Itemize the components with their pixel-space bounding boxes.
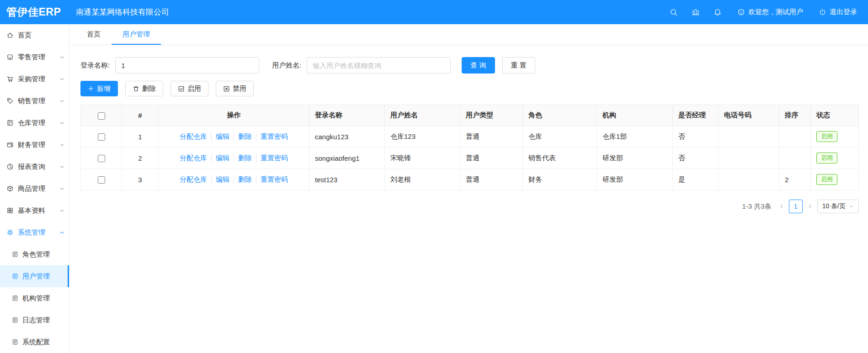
cell-role: 仓库 [523,126,597,148]
filter-bar: 登录名称: 用户姓名: 查 询 重 置 [80,57,859,74]
users-table: # 操作 登录名称 用户姓名 用户类型 角色 机构 是否经理 电话号码 排序 状… [80,105,859,190]
sidebar-item-sales[interactable]: 销售管理 [0,90,69,112]
select-all-checkbox[interactable] [98,112,105,120]
enable-button[interactable]: 启用 [170,81,208,96]
delete-link[interactable]: 删除 [234,175,256,184]
tab-user-mgmt[interactable]: 用户管理 [112,24,161,45]
app-root: 管伊佳ERP 南通某某网络科技有限公司 欢迎您，测试用户 [0,0,868,353]
sidebar-item-label: 基本资料 [18,206,45,215]
edit-link[interactable]: 编辑 [212,132,234,141]
welcome-user[interactable]: 欢迎您，测试用户 [737,8,803,16]
shop-icon [6,53,14,61]
sidebar-item-label: 销售管理 [18,97,45,105]
row-checkbox[interactable] [98,155,105,162]
sidebar-subitem-org-mgmt[interactable]: 机构管理 [0,287,69,309]
chevron-up-icon [59,230,64,235]
tab-home[interactable]: 首页 [76,24,112,45]
sidebar-subitem-system-config[interactable]: 系统配置 [0,331,69,353]
col-user-name: 用户姓名 [385,105,460,126]
cell-name: 刘老根 [385,169,460,190]
assign-warehouse-link[interactable]: 分配仓库 [176,132,212,141]
sidebar-subitem-label: 角色管理 [22,250,50,259]
sidebar-item-label: 系统管理 [18,228,45,237]
delete-link[interactable]: 删除 [234,132,256,141]
assign-warehouse-link[interactable]: 分配仓库 [176,175,212,184]
sidebar-item-label: 财务管理 [18,141,45,149]
cell-index: 2 [122,148,159,169]
reset-password-link[interactable]: 重置密码 [256,175,292,184]
col-login-name: 登录名称 [309,105,385,126]
add-button-label: 新增 [97,84,111,93]
col-role: 角色 [523,105,597,126]
pagination: 1-3 共3条 1 10 条/页 [80,200,859,213]
sidebar-subitem-log-mgmt[interactable]: 日志管理 [0,309,69,331]
user-name-input[interactable] [307,57,451,74]
disable-button[interactable]: 禁用 [216,81,254,96]
row-checkbox[interactable] [98,176,105,184]
sidebar-item-purchase[interactable]: 采购管理 [0,68,69,90]
table-row: 3 分配仓库 编辑 删除 重置密码 test123 刘老根 [81,169,859,190]
search-icon[interactable] [670,8,678,16]
reset-button[interactable]: 重 置 [502,57,535,74]
table-header-row: # 操作 登录名称 用户姓名 用户类型 角色 机构 是否经理 电话号码 排序 状… [81,105,859,126]
cell-index: 3 [122,169,159,190]
sidebar-item-basic-data[interactable]: 基本资料 [0,200,69,221]
chevron-down-icon [59,208,64,213]
sidebar-subitem-user-mgmt[interactable]: 用户管理 [0,265,69,287]
login-name-label: 登录名称: [80,61,110,70]
home-bank-icon[interactable] [692,8,700,16]
sidebar-subitem-role-mgmt[interactable]: 角色管理 [0,243,69,265]
sidebar-item-label: 商品管理 [18,184,45,193]
row-checkbox[interactable] [98,133,105,141]
page-size-select[interactable]: 10 条/页 [817,200,859,213]
col-actions: 操作 [159,105,309,126]
document-icon [12,317,18,323]
cell-phone [719,148,779,169]
reset-password-link[interactable]: 重置密码 [256,132,292,141]
enable-button-label: 启用 [187,84,201,93]
sidebar-item-label: 报表查询 [18,163,45,171]
assign-warehouse-link[interactable]: 分配仓库 [176,154,212,163]
page-number-button[interactable]: 1 [789,200,803,213]
edit-link[interactable]: 编辑 [212,154,234,163]
cell-manager: 否 [673,148,719,169]
row-actions: 分配仓库 编辑 删除 重置密码 [164,175,304,184]
cell-name: 仓库123 [385,126,460,148]
cell-org: 仓库1部 [597,126,673,148]
sidebar-item-finance[interactable]: 财务管理 [0,134,69,156]
delete-button[interactable]: 删除 [125,81,163,96]
plus-icon [88,85,94,92]
bell-icon[interactable] [714,8,722,16]
reset-password-link[interactable]: 重置密码 [256,154,292,163]
add-button[interactable]: 新增 [80,81,118,96]
sidebar-item-system[interactable]: 系统管理 [0,221,69,243]
logout-button[interactable]: 退出登录 [819,8,857,16]
cell-phone [719,126,779,148]
sidebar-item-report[interactable]: 报表查询 [0,156,69,178]
sidebar-item-retail[interactable]: 零售管理 [0,46,69,68]
delete-link[interactable]: 删除 [234,154,256,163]
document-icon [12,273,18,279]
sidebar-subitem-label: 日志管理 [22,316,50,325]
cell-sort [779,148,811,169]
sidebar-item-warehouse[interactable]: 仓库管理 [0,112,69,134]
prev-page-icon[interactable] [779,204,784,209]
toolbar: 新增 删除 启用 禁用 [80,81,859,96]
col-index: # [122,105,159,126]
cell-manager: 是 [673,169,719,190]
next-page-icon[interactable] [807,204,813,209]
cell-type: 普通 [460,169,523,190]
col-is-manager: 是否经理 [673,105,719,126]
cell-org: 研发部 [597,148,673,169]
sidebar-subitem-label: 系统配置 [22,338,50,347]
edit-link[interactable]: 编辑 [212,175,234,184]
search-button[interactable]: 查 询 [462,57,495,74]
cell-sort: 2 [779,169,811,190]
price-tag-icon [6,97,14,105]
sidebar-item-home[interactable]: 首页 [0,24,69,46]
document-icon [12,339,18,345]
page-size-value: 10 条/页 [822,202,846,211]
disable-button-label: 禁用 [233,84,246,93]
login-name-input[interactable] [115,57,259,74]
sidebar-item-goods[interactable]: 商品管理 [0,178,69,200]
